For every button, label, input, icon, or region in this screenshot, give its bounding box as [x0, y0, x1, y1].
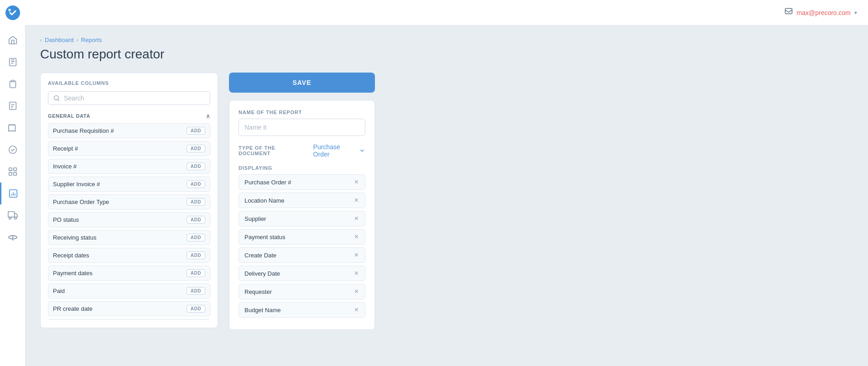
svg-rect-15 [785, 8, 792, 14]
sidebar-item-check[interactable] [0, 139, 25, 161]
chevron-down-icon: ▾ [854, 10, 857, 16]
svg-point-11 [9, 217, 11, 220]
doc-type-select[interactable]: Purchase Order [313, 143, 365, 158]
sidebar-item-analytics[interactable] [0, 226, 25, 248]
sidebar-item-invoice[interactable] [0, 95, 25, 117]
sidebar-nav [0, 26, 25, 366]
available-columns-title: AVAILABLE COLUMNS [48, 80, 210, 86]
sidebar-item-reports[interactable] [0, 183, 25, 204]
column-label: PR create date [53, 305, 93, 312]
list-item: Purchase Order Type ADD [48, 194, 210, 209]
column-label: Payment dates [53, 270, 93, 277]
chevron-down-icon [359, 147, 365, 154]
panels-container: AVAILABLE COLUMNS GENERAL DATA ∧ Purchas… [40, 73, 853, 330]
search-box[interactable] [48, 91, 210, 105]
svg-rect-6 [9, 168, 11, 171]
add-column-button[interactable]: ADD [187, 251, 205, 259]
notification-icon [784, 7, 793, 18]
display-item-label: Location Name [244, 197, 284, 204]
content-area: ‹ Dashboard ‹ Reports Custom report crea… [26, 26, 868, 366]
display-item-label: Budget Name [244, 307, 281, 314]
list-item: Invoice # ADD [48, 159, 210, 174]
report-name-input[interactable] [239, 119, 365, 136]
display-item-label: Requester [244, 288, 272, 295]
report-config-panel: SAVE NAME OF THE REPORT TYPE OF THE DOCU… [229, 73, 375, 330]
svg-point-16 [54, 96, 58, 100]
display-item-label: Delivery Date [244, 270, 280, 277]
column-label: Purchase Order Type [53, 199, 109, 205]
svg-rect-7 [13, 168, 16, 171]
breadcrumb-reports[interactable]: Reports [81, 37, 102, 43]
add-column-button[interactable]: ADD [187, 145, 205, 152]
sidebar-item-catalog[interactable] [0, 161, 25, 183]
report-settings-card: NAME OF THE REPORT TYPE OF THE DOCUMENT … [229, 100, 375, 330]
column-label: Invoice # [53, 163, 77, 170]
app-logo[interactable] [0, 0, 26, 26]
breadcrumb: ‹ Dashboard ‹ Reports [40, 37, 853, 43]
remove-display-item-button[interactable]: × [353, 233, 359, 241]
display-item-label: Payment status [244, 234, 286, 241]
add-column-button[interactable]: ADD [187, 162, 205, 170]
remove-display-item-button[interactable]: × [353, 251, 359, 259]
available-columns-panel: AVAILABLE COLUMNS GENERAL DATA ∧ Purchas… [40, 73, 218, 328]
section-label: GENERAL DATA [48, 113, 90, 119]
sidebar-item-home[interactable] [0, 29, 25, 51]
svg-rect-3 [11, 80, 14, 82]
column-label: Paid [53, 288, 65, 294]
add-column-button[interactable]: ADD [187, 305, 205, 313]
add-column-button[interactable]: ADD [187, 234, 205, 241]
doc-type-label: TYPE OF THE DOCUMENT [239, 145, 308, 156]
doc-type-row: TYPE OF THE DOCUMENT Purchase Order [239, 143, 365, 158]
user-menu[interactable]: max@precoro.com ▾ [784, 7, 857, 18]
main-area: max@precoro.com ▾ ‹ Dashboard ‹ Reports … [26, 0, 868, 366]
column-label: PO status [53, 216, 79, 223]
breadcrumb-separator: ‹ [77, 37, 78, 43]
doc-type-value: Purchase Order [313, 143, 358, 158]
section-collapse-icon[interactable]: ∧ [206, 112, 210, 120]
add-column-button[interactable]: ADD [187, 269, 205, 277]
remove-display-item-button[interactable]: × [353, 270, 359, 277]
sidebar-item-po[interactable] [0, 73, 25, 95]
list-item: Supplier Invoice # ADD [48, 177, 210, 192]
svg-point-5 [9, 146, 16, 154]
remove-display-item-button[interactable]: × [353, 288, 359, 295]
display-item-label: Supplier [244, 215, 266, 222]
svg-rect-2 [9, 58, 16, 66]
displaying-label: DISPLAYING [239, 165, 365, 171]
add-column-button[interactable]: ADD [187, 127, 205, 135]
column-label: Receiving status [53, 234, 96, 241]
search-icon [53, 94, 60, 102]
chevron-left-icon: ‹ [40, 37, 42, 43]
column-label: Purchase Requisition # [53, 127, 114, 134]
search-input[interactable] [64, 94, 205, 102]
add-column-button[interactable]: ADD [187, 198, 205, 206]
remove-display-item-button[interactable]: × [353, 306, 359, 314]
add-column-button[interactable]: ADD [187, 287, 205, 295]
header: max@precoro.com ▾ [26, 0, 868, 26]
list-item: Purchase Order # × [239, 174, 365, 190]
breadcrumb-dashboard[interactable]: Dashboard [45, 37, 74, 43]
add-column-button[interactable]: ADD [187, 180, 205, 188]
list-item: Budget Name × [239, 302, 365, 318]
display-item-label: Purchase Order # [244, 179, 291, 186]
list-item: Purchase Requisition # ADD [48, 123, 210, 138]
remove-display-item-button[interactable]: × [353, 197, 359, 204]
list-item: Supplier × [239, 211, 365, 226]
remove-display-item-button[interactable]: × [353, 178, 359, 186]
add-column-button[interactable]: ADD [187, 216, 205, 224]
list-item: Receipt dates ADD [48, 248, 210, 263]
list-item: Purchaser email ADD [48, 319, 210, 320]
sidebar-item-receipt[interactable] [0, 117, 25, 139]
list-item: Create Date × [239, 247, 365, 263]
display-item-label: Create Date [244, 252, 276, 259]
svg-rect-8 [9, 173, 11, 175]
list-item: Receiving status ADD [48, 230, 210, 245]
save-button[interactable]: SAVE [229, 73, 375, 93]
list-item: Location Name × [239, 193, 365, 208]
display-items-list: Purchase Order # × Location Name × Suppl… [239, 174, 365, 318]
sidebar-item-pr[interactable] [0, 51, 25, 73]
svg-rect-9 [13, 173, 16, 175]
sidebar-item-delivery[interactable] [0, 204, 25, 226]
list-item: PO status ADD [48, 212, 210, 227]
remove-display-item-button[interactable]: × [353, 215, 359, 222]
